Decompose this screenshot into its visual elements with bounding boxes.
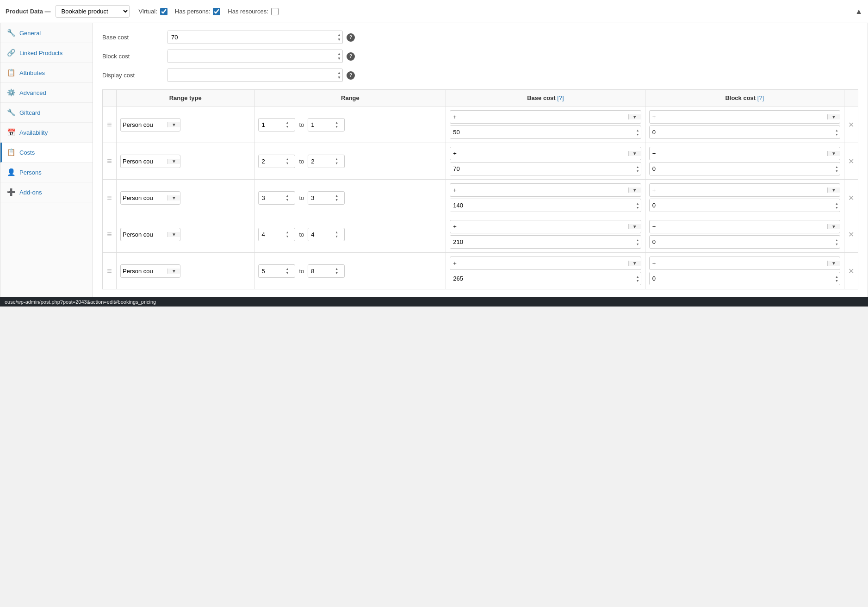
base-cost-value-0[interactable] xyxy=(450,126,634,138)
delete-row-4[interactable]: ✕ xyxy=(848,267,854,275)
range-from-down-2[interactable]: ▼ xyxy=(284,198,290,202)
display-cost-input[interactable] xyxy=(167,69,336,81)
block-cost-value-spinner-0[interactable]: ▲ ▼ xyxy=(834,128,840,137)
range-from-spinner-3[interactable]: ▲ ▼ xyxy=(284,230,290,238)
block-cost-value-spinner-4[interactable]: ▲ ▼ xyxy=(834,275,840,283)
range-type-arrow-3[interactable]: ▼ xyxy=(167,232,180,237)
range-from-4[interactable] xyxy=(259,265,284,277)
block-cost-value-spinner-3[interactable]: ▲ ▼ xyxy=(834,238,840,246)
base-cost-value-up-2[interactable]: ▲ xyxy=(635,201,641,206)
block-cost-input[interactable] xyxy=(167,50,336,63)
range-type-dropdown-2[interactable]: Person cou xyxy=(121,192,167,204)
block-cost-table-help[interactable]: [?] xyxy=(757,94,764,101)
range-from-spinner-0[interactable]: ▲ ▼ xyxy=(284,120,290,129)
base-cost-value-up-0[interactable]: ▲ xyxy=(635,128,641,132)
block-cost-type-1[interactable]: + - × xyxy=(650,147,827,160)
block-cost-value-down-2[interactable]: ▼ xyxy=(834,206,840,210)
base-cost-help-icon[interactable]: ? xyxy=(347,33,355,42)
block-cost-value-up-3[interactable]: ▲ xyxy=(834,238,840,242)
base-cost-value-4[interactable] xyxy=(450,272,634,285)
range-end-3[interactable] xyxy=(308,228,334,241)
base-cost-value-down-0[interactable]: ▼ xyxy=(635,132,641,137)
block-cost-value-3[interactable] xyxy=(650,236,834,248)
block-cost-value-down-3[interactable]: ▼ xyxy=(834,242,840,246)
block-cost-value-down-0[interactable]: ▼ xyxy=(834,132,840,137)
drag-handle-1[interactable]: ≡ xyxy=(103,143,117,180)
range-type-dropdown-1[interactable]: Person cou xyxy=(121,155,167,168)
sidebar-item-persons[interactable]: 👤 Persons xyxy=(0,163,93,182)
base-cost-down[interactable]: ▼ xyxy=(336,38,342,42)
base-cost-type-arrow-4[interactable]: ▼ xyxy=(628,261,641,266)
delete-row-0[interactable]: ✕ xyxy=(848,120,854,129)
drag-handle-4[interactable]: ≡ xyxy=(103,253,117,289)
range-end-down-3[interactable]: ▼ xyxy=(334,234,340,238)
base-cost-value-down-1[interactable]: ▼ xyxy=(635,169,641,173)
display-cost-up[interactable]: ▲ xyxy=(336,71,342,75)
range-from-down-4[interactable]: ▼ xyxy=(284,271,290,275)
block-cost-value-0[interactable] xyxy=(650,126,834,138)
display-cost-spinner[interactable]: ▲ ▼ xyxy=(336,71,342,80)
delete-row-1[interactable]: ✕ xyxy=(848,157,854,166)
range-from-2[interactable] xyxy=(259,192,284,204)
range-from-down-3[interactable]: ▼ xyxy=(284,234,290,238)
block-cost-type-arrow-4[interactable]: ▼ xyxy=(827,261,840,266)
has-persons-checkbox[interactable] xyxy=(213,8,220,15)
base-cost-type-arrow-3[interactable]: ▼ xyxy=(628,224,641,229)
range-end-spinner-2[interactable]: ▲ ▼ xyxy=(334,194,340,202)
range-type-dropdown-4[interactable]: Person cou xyxy=(121,265,167,277)
drag-handle-3[interactable]: ≡ xyxy=(103,216,117,253)
range-end-up-4[interactable]: ▲ xyxy=(334,267,340,271)
block-cost-help-icon[interactable]: ? xyxy=(347,52,355,61)
range-from-up-1[interactable]: ▲ xyxy=(284,157,290,161)
sidebar-item-linked-products[interactable]: 🔗 Linked Products xyxy=(0,43,93,63)
base-cost-value-spinner-4[interactable]: ▲ ▼ xyxy=(635,275,641,283)
base-cost-value-1[interactable] xyxy=(450,163,634,175)
virtual-checkbox[interactable] xyxy=(160,8,167,15)
range-end-up-1[interactable]: ▲ xyxy=(334,157,340,161)
range-from-spinner-1[interactable]: ▲ ▼ xyxy=(284,157,290,165)
block-cost-type-arrow-0[interactable]: ▼ xyxy=(827,114,840,119)
range-end-spinner-4[interactable]: ▲ ▼ xyxy=(334,267,340,275)
range-from-up-4[interactable]: ▲ xyxy=(284,267,290,271)
block-cost-type-4[interactable]: + - × xyxy=(650,257,827,269)
delete-row-2[interactable]: ✕ xyxy=(848,194,854,202)
block-cost-value-1[interactable] xyxy=(650,163,834,175)
range-type-arrow-2[interactable]: ▼ xyxy=(167,195,180,200)
has-resources-checkbox[interactable] xyxy=(271,8,279,15)
base-cost-value-spinner-3[interactable]: ▲ ▼ xyxy=(635,238,641,246)
range-end-up-0[interactable]: ▲ xyxy=(334,120,340,125)
range-end-2[interactable] xyxy=(308,192,334,204)
base-cost-type-arrow-1[interactable]: ▼ xyxy=(628,151,641,156)
range-from-spinner-2[interactable]: ▲ ▼ xyxy=(284,194,290,202)
range-end-up-3[interactable]: ▲ xyxy=(334,230,340,234)
block-cost-value-up-1[interactable]: ▲ xyxy=(834,165,840,169)
base-cost-type-3[interactable]: + - × xyxy=(450,220,628,233)
block-cost-down[interactable]: ▼ xyxy=(336,56,342,61)
base-cost-value-down-4[interactable]: ▼ xyxy=(635,279,641,283)
block-cost-value-spinner-1[interactable]: ▲ ▼ xyxy=(834,165,840,173)
range-type-arrow-1[interactable]: ▼ xyxy=(167,159,180,164)
base-cost-value-up-3[interactable]: ▲ xyxy=(635,238,641,242)
display-cost-down[interactable]: ▼ xyxy=(336,75,342,80)
range-from-spinner-4[interactable]: ▲ ▼ xyxy=(284,267,290,275)
sidebar-item-advanced[interactable]: ⚙️ Advanced xyxy=(0,83,93,103)
delete-row-3[interactable]: ✕ xyxy=(848,230,854,239)
drag-handle-0[interactable]: ≡ xyxy=(103,106,117,143)
product-type-select[interactable]: Bookable product xyxy=(56,5,130,18)
base-cost-value-spinner-0[interactable]: ▲ ▼ xyxy=(635,128,641,137)
block-cost-value-up-2[interactable]: ▲ xyxy=(834,201,840,206)
base-cost-type-4[interactable]: + - × xyxy=(450,257,628,269)
range-end-down-4[interactable]: ▼ xyxy=(334,271,340,275)
base-cost-value-up-4[interactable]: ▲ xyxy=(635,275,641,279)
range-end-1[interactable] xyxy=(308,155,334,168)
block-cost-value-spinner-2[interactable]: ▲ ▼ xyxy=(834,201,840,210)
base-cost-type-0[interactable]: + - × xyxy=(450,111,628,123)
range-end-4[interactable] xyxy=(308,265,334,277)
base-cost-value-down-2[interactable]: ▼ xyxy=(635,206,641,210)
block-cost-value-up-0[interactable]: ▲ xyxy=(834,128,840,132)
range-end-down-1[interactable]: ▼ xyxy=(334,161,340,165)
block-cost-type-arrow-1[interactable]: ▼ xyxy=(827,151,840,156)
range-from-down-0[interactable]: ▼ xyxy=(284,125,290,129)
range-from-up-0[interactable]: ▲ xyxy=(284,120,290,125)
range-from-3[interactable] xyxy=(259,228,284,241)
